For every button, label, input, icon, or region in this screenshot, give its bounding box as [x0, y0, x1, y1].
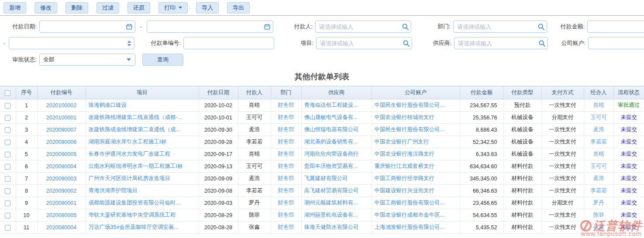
cell-account[interactable]: 中国农业银行成都市金牛区... [372, 209, 460, 221]
search-icon[interactable] [399, 24, 411, 30]
payment-date-to-input[interactable] [147, 20, 273, 33]
cell-code[interactable]: 2020080005 [37, 209, 86, 221]
cell-handler[interactable]: 肖晴 [584, 148, 613, 160]
restore-button[interactable]: 还原 [127, 2, 150, 14]
cell-project[interactable]: 珠海鹤港口建设 [86, 99, 199, 112]
cell-dept[interactable]: 财务部 [271, 136, 301, 148]
supplier-combo[interactable] [454, 37, 548, 49]
cell-project[interactable]: 广州市天河区统计局机房改造项目 [86, 173, 199, 185]
department-combo[interactable] [453, 20, 547, 33]
payer-combo[interactable] [315, 20, 411, 33]
cell-supplier[interactable]: 佛山恒瑞电器有限公司 [301, 124, 372, 136]
row-checkbox[interactable] [5, 103, 10, 109]
row-checkbox[interactable] [5, 152, 10, 157]
cell-project[interactable]: 长春市伊通河水力发电厂改建工程 [86, 148, 199, 160]
cell-handler[interactable]: 肖晴 [584, 99, 613, 112]
cell-supplier[interactable]: 湖北美的设备销售有... [301, 136, 372, 148]
cell-dept[interactable]: 财务部 [271, 173, 301, 185]
row-checkbox[interactable] [5, 188, 10, 194]
cell-dept[interactable]: 财务部 [271, 112, 301, 124]
spinner-icon[interactable] [124, 41, 134, 46]
search-icon[interactable] [535, 24, 547, 30]
cell-code[interactable]: 2020090004 [37, 160, 86, 173]
cell-status[interactable]: 未提交 [613, 124, 644, 136]
cell-status[interactable]: 未提交 [613, 185, 644, 197]
company-account-field[interactable] [589, 37, 644, 49]
cell-dept[interactable]: 财务部 [271, 185, 301, 197]
cell-handler[interactable]: 王可可 [584, 160, 613, 173]
cell-account[interactable]: 中国农业银行广州支行 [372, 136, 460, 148]
row-checkbox[interactable] [5, 201, 10, 206]
filter-button[interactable]: 过滤 [96, 2, 119, 14]
payment-date-from-field[interactable] [40, 21, 124, 32]
cell-project[interactable]: 万达广场35#会所及咖啡厅空调安装... [86, 221, 199, 234]
cell-dept[interactable]: 财务部 [271, 197, 301, 209]
row-checkbox[interactable] [5, 213, 10, 218]
cell-supplier[interactable]: 飞翼建材有限公司 [301, 173, 372, 185]
cell-code[interactable]: 2020080004 [37, 221, 86, 234]
row-checkbox[interactable] [5, 164, 10, 170]
cell-dept[interactable]: 财务部 [271, 124, 301, 136]
cell-code[interactable]: 2020100002 [37, 99, 86, 112]
cell-account[interactable]: 中国工商银行股份有限公司... [372, 197, 460, 209]
cell-dept[interactable]: 财务部 [271, 148, 301, 160]
cell-status[interactable]: 未提交 [613, 221, 644, 234]
cell-project[interactable]: 成都能源建设集团投资有限公司临时... [86, 197, 199, 209]
cell-handler[interactable]: 孟浩 [584, 124, 613, 136]
approval-status-select[interactable]: 全部 [39, 54, 135, 66]
cell-supplier[interactable]: 青海临达创工程建设... [301, 99, 372, 112]
cell-supplier[interactable]: 高飞建材贸易有限公司 [301, 185, 372, 197]
cell-project[interactable]: 改建铁路线增建第二线直通线（成都-... [86, 112, 199, 124]
cell-handler[interactable]: 李若若 [584, 136, 613, 148]
company-account-input[interactable] [588, 37, 644, 49]
cell-handler[interactable]: 张鑫 [584, 221, 613, 234]
amount-field[interactable] [588, 21, 644, 32]
row-checkbox[interactable] [5, 127, 10, 133]
select-all-checkbox[interactable] [5, 90, 10, 96]
calendar-icon[interactable] [262, 24, 273, 30]
row-checkbox[interactable] [5, 176, 10, 182]
export-button[interactable]: 导出 [227, 2, 250, 14]
cell-project[interactable]: 华软大厦研究基地中央空调系统工程 [86, 209, 199, 221]
amount-to-field[interactable] [9, 37, 124, 49]
cell-account[interactable]: 中国工商银行经华路支行 [372, 173, 460, 185]
cell-status[interactable]: 审批通过 [613, 99, 644, 112]
cell-project[interactable]: 湖南洞庭湖水库引水工程施工I标 [86, 136, 199, 148]
supplier-field[interactable] [455, 37, 536, 49]
row-checkbox[interactable] [5, 139, 10, 145]
edit-button[interactable]: 修改 [34, 2, 57, 14]
cell-supplier[interactable]: 湖州丽景机电设备有... [301, 209, 372, 221]
cell-account[interactable]: 中国民生银行股份有限公司... [372, 124, 460, 136]
cell-code[interactable]: 2020090003 [37, 173, 86, 185]
cell-account[interactable]: 中国建设银行兴业街支行 [372, 185, 460, 197]
cell-code[interactable]: 2020090001 [37, 197, 86, 209]
payment-no-field[interactable] [184, 37, 274, 49]
project-field[interactable] [317, 37, 400, 49]
cell-dept[interactable]: 财务部 [271, 99, 301, 112]
calendar-icon[interactable] [124, 24, 135, 30]
payment-no-input[interactable] [183, 37, 274, 49]
cell-code[interactable]: 2020090006 [37, 136, 86, 148]
print-button[interactable]: 打印 [158, 2, 188, 14]
row-checkbox[interactable] [5, 225, 10, 231]
import-button[interactable]: 导入 [196, 2, 219, 14]
cell-supplier[interactable]: 贵阳丰沃物资贸易有... [301, 160, 372, 173]
row-checkbox[interactable] [5, 115, 10, 121]
cell-dept[interactable]: 财务部 [271, 221, 301, 234]
cell-supplier[interactable]: 佛山晟敏电气设备有... [301, 112, 372, 124]
cell-supplier[interactable]: 河南欣欣向荣设备商行 [301, 148, 372, 160]
payment-date-from-input[interactable] [39, 20, 135, 33]
cell-status[interactable]: 未提交 [613, 197, 644, 209]
search-icon[interactable] [400, 40, 412, 47]
cell-handler[interactable]: 孟浩 [584, 173, 613, 185]
search-icon[interactable] [536, 40, 548, 47]
amount-input[interactable] [587, 20, 644, 33]
cell-supplier[interactable]: 珠海天健防水有限公司 [301, 221, 372, 234]
cell-supplier[interactable]: 潮州元顺建筑材料有... [301, 197, 372, 209]
project-combo[interactable] [316, 37, 412, 49]
amount-to-spinner[interactable] [9, 37, 134, 49]
cell-handler[interactable]: 李若若 [584, 185, 613, 197]
cell-account[interactable]: 上海浦发银行股份有限公司... [372, 221, 460, 234]
cell-handler[interactable]: 王可可 [584, 112, 613, 124]
cell-status[interactable]: 未提交 [613, 173, 644, 185]
